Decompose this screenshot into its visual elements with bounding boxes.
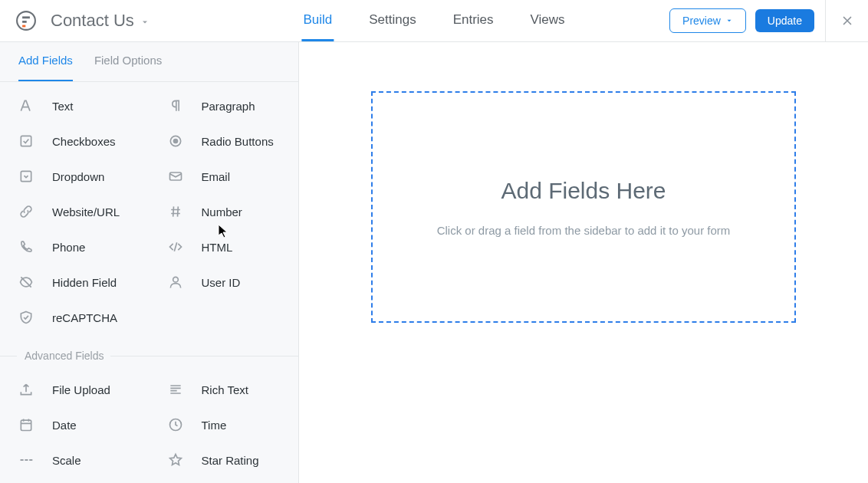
field-item-text[interactable]: Text — [0, 88, 150, 123]
field-item-recaptcha[interactable]: reCAPTCHA — [0, 300, 150, 335]
field-item-label: User ID — [202, 276, 241, 289]
field-item-label: Time — [202, 419, 227, 432]
paragraph-icon — [168, 98, 202, 113]
form-title-text: Contact Us — [51, 11, 134, 31]
radio-icon — [168, 133, 202, 149]
basic-fields-grid: TextParagraphCheckboxesRadio ButtonsDrop… — [0, 88, 298, 335]
field-item-label: HTML — [202, 241, 233, 254]
field-item-phone[interactable]: Phone — [0, 229, 150, 264]
field-item-label: Number — [202, 205, 242, 219]
dropzone[interactable]: Add Fields Here Click or drag a field fr… — [371, 91, 796, 323]
field-item-scale[interactable]: Scale — [0, 442, 150, 478]
form-title-dropdown[interactable]: Contact Us — [51, 11, 150, 31]
field-item-user-id[interactable]: User ID — [150, 264, 299, 300]
svg-rect-1 — [22, 16, 30, 18]
hidden-icon — [18, 274, 52, 290]
app-logo — [15, 10, 37, 31]
tab-label: Build — [303, 12, 332, 28]
topbar: Contact Us Build Settings Entries Views … — [0, 0, 868, 42]
fields-sidebar: Add Fields Field Options TextParagraphCh… — [0, 42, 299, 483]
text-icon — [18, 98, 52, 113]
field-item-label: reCAPTCHA — [52, 311, 117, 324]
tab-label: Field Options — [94, 54, 162, 67]
field-item-label: Phone — [52, 241, 85, 254]
field-item-website-url[interactable]: Website/URL — [0, 194, 150, 229]
field-item-label: Email — [202, 170, 231, 183]
svg-rect-4 — [21, 136, 31, 146]
shield-icon — [18, 310, 52, 325]
sidebar-tabs: Add Fields Field Options — [0, 42, 298, 82]
field-item-hidden-field[interactable]: Hidden Field — [0, 264, 150, 300]
fields-scroll[interactable]: TextParagraphCheckboxesRadio ButtonsDrop… — [0, 82, 298, 483]
main-tabs: Build Settings Entries Views — [301, 0, 566, 41]
tab-label: Settings — [369, 12, 416, 28]
section-label: Advanced Fields — [17, 350, 110, 362]
field-item-label: Paragraph — [202, 100, 255, 113]
date-icon — [18, 417, 52, 432]
sidebar-tab-add-fields[interactable]: Add Fields — [18, 54, 73, 81]
tab-label: Views — [531, 12, 565, 28]
field-item-email[interactable]: Email — [150, 159, 299, 194]
tab-label: Add Fields — [18, 54, 73, 67]
caret-down-icon — [140, 18, 150, 27]
button-label: Update — [768, 15, 802, 27]
field-item-file-upload[interactable]: File Upload — [0, 372, 150, 407]
field-item-dropdown[interactable]: Dropdown — [0, 159, 150, 194]
field-item-label: Checkboxes — [52, 135, 116, 148]
field-item-number[interactable]: Number — [150, 194, 299, 229]
sidebar-tab-field-options[interactable]: Field Options — [94, 54, 162, 81]
field-item-radio-buttons[interactable]: Radio Buttons — [150, 123, 299, 159]
caret-down-icon — [725, 17, 733, 25]
svg-rect-10 — [21, 420, 31, 430]
email-icon — [168, 169, 202, 184]
field-item-html[interactable]: HTML — [150, 229, 299, 264]
field-item-date[interactable]: Date — [0, 407, 150, 442]
svg-rect-2 — [22, 21, 27, 23]
svg-rect-7 — [21, 171, 31, 181]
field-item-rich-text[interactable]: Rich Text — [150, 372, 299, 407]
svg-point-6 — [173, 140, 177, 143]
tab-settings[interactable]: Settings — [367, 0, 417, 41]
time-icon — [168, 417, 202, 432]
dropzone-heading: Add Fields Here — [501, 178, 666, 204]
user-icon — [168, 274, 202, 290]
link-icon — [18, 204, 52, 219]
field-item-star-rating[interactable]: Star Rating — [150, 442, 299, 478]
richtext-icon — [168, 382, 202, 397]
hash-icon — [168, 204, 202, 219]
code-icon — [168, 239, 202, 255]
field-item-label: Radio Buttons — [202, 135, 274, 148]
upload-icon — [18, 382, 52, 397]
field-item-label: Dropdown — [52, 170, 104, 183]
tab-build[interactable]: Build — [301, 0, 334, 41]
close-button[interactable] — [825, 0, 868, 41]
dropzone-subtext: Click or drag a field from the sidebar t… — [437, 224, 731, 237]
section-divider-advanced: Advanced Fields — [0, 344, 298, 367]
field-item-label: Date — [52, 419, 77, 432]
field-item-paragraph[interactable]: Paragraph — [150, 88, 299, 123]
builder-body: Add Fields Field Options TextParagraphCh… — [0, 42, 868, 483]
form-canvas: Add Fields Here Click or drag a field fr… — [299, 42, 868, 483]
field-item-label: Star Rating — [202, 454, 259, 467]
field-item-label: File Upload — [52, 383, 110, 396]
field-item-label: Website/URL — [52, 205, 120, 219]
svg-point-9 — [173, 277, 178, 282]
tab-entries[interactable]: Entries — [452, 0, 495, 41]
button-label: Preview — [682, 15, 721, 27]
tab-views[interactable]: Views — [529, 0, 567, 41]
svg-rect-3 — [22, 25, 25, 28]
scale-icon — [18, 452, 52, 468]
field-item-label: Rich Text — [202, 383, 248, 396]
field-item-time[interactable]: Time — [150, 407, 299, 442]
update-button[interactable]: Update — [755, 9, 814, 32]
field-item-label: Scale — [52, 454, 81, 467]
advanced-fields-grid: File UploadRich TextDateTimeScaleStar Ra… — [0, 372, 298, 478]
field-item-label: Hidden Field — [52, 276, 117, 289]
field-item-checkboxes[interactable]: Checkboxes — [0, 123, 150, 159]
preview-button[interactable]: Preview — [669, 8, 746, 33]
topbar-actions: Preview Update — [669, 0, 868, 41]
star-icon — [168, 452, 202, 468]
checkbox-icon — [18, 133, 52, 149]
phone-icon — [18, 239, 52, 255]
close-icon — [840, 14, 854, 28]
